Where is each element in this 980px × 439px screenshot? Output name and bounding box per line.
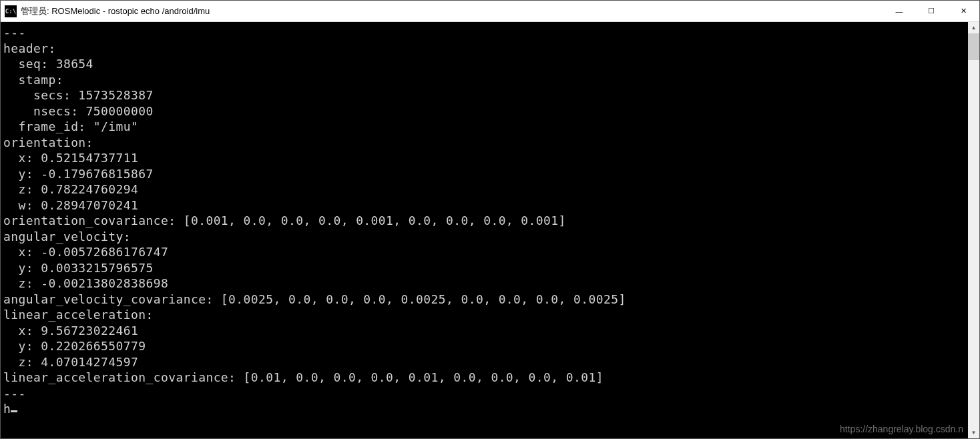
window-controls: — ☐ ✕ <box>883 1 979 21</box>
close-button[interactable]: ✕ <box>947 1 979 21</box>
console-output: --- header: seq: 38654 stamp: secs: 1573… <box>1 22 968 438</box>
vertical-scrollbar[interactable]: ▲ ▼ <box>968 22 979 438</box>
scroll-up-button[interactable]: ▲ <box>968 22 979 33</box>
titlebar[interactable]: C:\ 管理员: ROSMelodic - rostopic echo /and… <box>1 1 979 22</box>
scroll-down-button[interactable]: ▼ <box>968 427 979 438</box>
text-cursor <box>11 410 17 412</box>
minimize-button[interactable]: — <box>883 1 915 21</box>
maximize-button[interactable]: ☐ <box>915 1 947 21</box>
window-title: 管理员: ROSMelodic - rostopic echo /android… <box>21 5 883 17</box>
app-icon: C:\ <box>5 5 17 17</box>
console-area[interactable]: --- header: seq: 38654 stamp: secs: 1573… <box>1 22 979 438</box>
scroll-thumb[interactable] <box>968 33 979 60</box>
terminal-window: C:\ 管理员: ROSMelodic - rostopic echo /and… <box>0 0 980 439</box>
